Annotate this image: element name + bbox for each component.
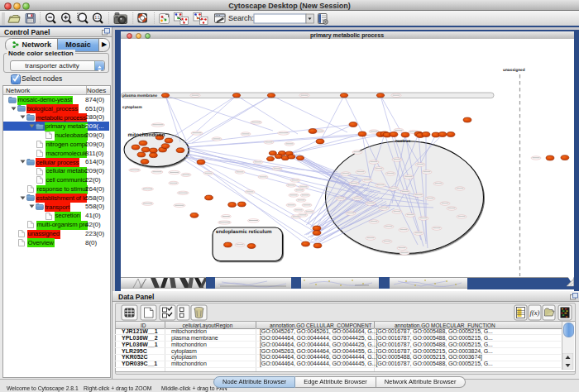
svg-text:mitochondrion: mitochondrion [128, 131, 165, 138]
svg-text:unassigned: unassigned [503, 68, 525, 73]
svg-text:1:1: 1:1 [94, 16, 100, 20]
svg-text:endoplasmic reticulum: endoplasmic reticulum [216, 229, 271, 235]
svg-text:cytoplasm: cytoplasm [122, 105, 142, 110]
svg-text:f(x): f(x) [530, 308, 540, 317]
svg-text:nucleus: nucleus [395, 139, 410, 144]
svg-text:Search:: Search: [228, 14, 254, 22]
svg-text:plasma membrane: plasma membrane [122, 93, 157, 98]
